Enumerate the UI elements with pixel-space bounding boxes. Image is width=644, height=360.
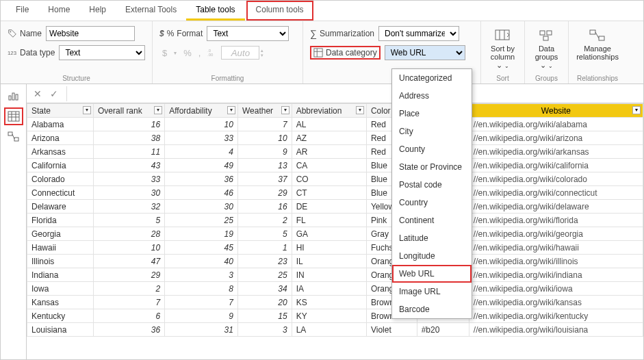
- table-row[interactable]: Indiana29325INOrange#a50//en.wikipedia.o…: [27, 268, 643, 282]
- table-row[interactable]: Louisiana36313LAViolet#b20//en.wikipedia…: [27, 323, 643, 337]
- table-cell[interactable]: Alabama: [27, 118, 94, 131]
- table-row[interactable]: Kentucky6915KYBrown#a50//en.wikipedia.or…: [27, 309, 643, 323]
- table-cell[interactable]: 2: [237, 214, 292, 227]
- filter-icon[interactable]: ▾: [83, 106, 91, 114]
- sort-by-column-button[interactable]: Sort bycolumn ⌄ ⌄: [488, 25, 517, 73]
- table-cell[interactable]: 3: [165, 268, 238, 282]
- table-row[interactable]: Arizona383310AZRed#b20//en.wikipedia.org…: [27, 131, 643, 145]
- table-cell[interactable]: 11: [94, 145, 165, 159]
- table-cell[interactable]: GA: [292, 227, 366, 241]
- table-cell[interactable]: //en.wikipedia.org/wiki/colorado: [469, 172, 643, 186]
- ribbon-tab-help[interactable]: Help: [79, 1, 116, 21]
- table-cell[interactable]: 33: [165, 131, 238, 145]
- table-cell[interactable]: 31: [165, 323, 238, 337]
- filter-icon[interactable]: ▾: [632, 106, 641, 114]
- ribbon-tab-column-tools[interactable]: Column tools: [246, 1, 313, 21]
- dropdown-item-barcode[interactable]: Barcode: [392, 300, 472, 318]
- table-cell[interactable]: HI: [292, 241, 366, 255]
- dropdown-item-place[interactable]: Place: [392, 105, 472, 123]
- data-view-button[interactable]: [4, 107, 23, 125]
- thousands-button[interactable]: ,: [196, 48, 204, 58]
- format-select[interactable]: Text: [207, 26, 289, 41]
- table-cell[interactable]: 16: [94, 118, 165, 131]
- dropdown-item-city[interactable]: City: [392, 123, 472, 140]
- dropdown-item-latitude[interactable]: Latitude: [392, 229, 472, 247]
- table-cell[interactable]: 15: [237, 309, 292, 323]
- table-cell[interactable]: Delaware: [27, 200, 94, 214]
- table-cell[interactable]: //en.wikipedia.org/wiki/indiana: [469, 268, 643, 282]
- table-cell[interactable]: 19: [165, 227, 238, 241]
- table-cell[interactable]: //en.wikipedia.org/wiki/arizona: [469, 131, 643, 145]
- table-cell[interactable]: Indiana: [27, 268, 94, 282]
- dropdown-item-longitude[interactable]: Longitude: [392, 247, 472, 265]
- filter-icon[interactable]: ▾: [154, 106, 162, 114]
- column-header[interactable]: Affordability▾: [165, 104, 238, 118]
- table-cell[interactable]: //en.wikipedia.org/wiki/hawaii: [469, 241, 643, 255]
- table-cell[interactable]: Kentucky: [27, 309, 94, 323]
- table-cell[interactable]: Arizona: [27, 131, 94, 145]
- table-row[interactable]: Alabama16107ALRed#a50//en.wikipedia.org/…: [27, 118, 643, 131]
- table-cell[interactable]: DE: [292, 200, 366, 214]
- filter-icon[interactable]: ▾: [356, 106, 364, 114]
- table-cell[interactable]: //en.wikipedia.org/wiki/georgia: [469, 227, 643, 241]
- table-cell[interactable]: //en.wikipedia.org/wiki/iowa: [469, 282, 643, 296]
- table-cell[interactable]: 10: [237, 131, 292, 145]
- table-row[interactable]: Georgia28195GAGray#ffc0//en.wikipedia.or…: [27, 227, 643, 241]
- table-cell[interactable]: FL: [292, 214, 366, 227]
- table-cell[interactable]: Connecticut: [27, 186, 94, 200]
- table-cell[interactable]: Colorado: [27, 172, 94, 186]
- table-cell[interactable]: AL: [292, 118, 366, 131]
- name-input[interactable]: [46, 26, 135, 41]
- table-cell[interactable]: 49: [165, 159, 238, 172]
- decimals-button[interactable]: .0.00: [205, 47, 220, 59]
- dropdown-item-county[interactable]: County: [392, 140, 472, 158]
- table-cell[interactable]: 7: [165, 296, 238, 309]
- table-cell[interactable]: //en.wikipedia.org/wiki/kentucky: [469, 309, 643, 323]
- commit-formula-button[interactable]: ✓: [50, 88, 58, 99]
- table-row[interactable]: Florida5252FLPink#ffc0//en.wikipedia.org…: [27, 214, 643, 227]
- datacategory-select[interactable]: Web URL: [385, 45, 465, 60]
- table-cell[interactable]: LA: [292, 323, 366, 337]
- table-cell[interactable]: CA: [292, 159, 366, 172]
- currency-button[interactable]: $: [159, 48, 170, 58]
- filter-icon[interactable]: ▾: [227, 106, 235, 114]
- table-cell[interactable]: 45: [165, 241, 238, 255]
- table-cell[interactable]: //en.wikipedia.org/wiki/connecticut: [469, 186, 643, 200]
- dropdown-item-address[interactable]: Address: [392, 87, 472, 105]
- table-cell[interactable]: CT: [292, 186, 366, 200]
- table-cell[interactable]: CO: [292, 172, 366, 186]
- table-row[interactable]: Connecticut304629CTBlue#b20//en.wikipedi…: [27, 186, 643, 200]
- ribbon-tab-external-tools[interactable]: External Tools: [116, 1, 186, 21]
- table-row[interactable]: Hawaii10451HIFuchsia#b20//en.wikipedia.o…: [27, 241, 643, 255]
- table-cell[interactable]: 46: [165, 186, 238, 200]
- table-row[interactable]: Iowa2834IAOrange#a50//en.wikipedia.org/w…: [27, 282, 643, 296]
- table-cell[interactable]: 47: [94, 255, 165, 268]
- table-cell[interactable]: 2: [94, 282, 165, 296]
- table-cell[interactable]: 30: [165, 200, 238, 214]
- table-cell[interactable]: 5: [237, 227, 292, 241]
- table-cell[interactable]: 32: [94, 200, 165, 214]
- table-row[interactable]: Colorado333637COBlue#b20//en.wikipedia.o…: [27, 172, 643, 186]
- report-view-button[interactable]: [4, 87, 23, 105]
- dropdown-item-web-url[interactable]: Web URL: [392, 265, 472, 283]
- table-row[interactable]: Arkansas1149ARRed#a50//en.wikipedia.org/…: [27, 145, 643, 159]
- table-cell[interactable]: 6: [94, 309, 165, 323]
- table-cell[interactable]: 37: [237, 172, 292, 186]
- filter-icon[interactable]: ▾: [281, 106, 289, 114]
- table-cell[interactable]: Arkansas: [27, 145, 94, 159]
- table-cell[interactable]: AR: [292, 145, 366, 159]
- table-cell[interactable]: 10: [94, 241, 165, 255]
- ribbon-tab-home[interactable]: Home: [38, 1, 79, 21]
- table-cell[interactable]: 7: [94, 296, 165, 309]
- table-cell[interactable]: AZ: [292, 131, 366, 145]
- table-cell[interactable]: 38: [94, 131, 165, 145]
- table-cell[interactable]: Florida: [27, 214, 94, 227]
- table-cell[interactable]: //en.wikipedia.org/wiki/arkansas: [469, 145, 643, 159]
- table-cell[interactable]: 10: [165, 118, 238, 131]
- table-row[interactable]: California434913CABlue#b20//en.wikipedia…: [27, 159, 643, 172]
- table-cell[interactable]: Hawaii: [27, 241, 94, 255]
- table-cell[interactable]: Iowa: [27, 282, 94, 296]
- table-cell[interactable]: 36: [94, 323, 165, 337]
- table-cell[interactable]: IN: [292, 268, 366, 282]
- table-cell[interactable]: 13: [237, 159, 292, 172]
